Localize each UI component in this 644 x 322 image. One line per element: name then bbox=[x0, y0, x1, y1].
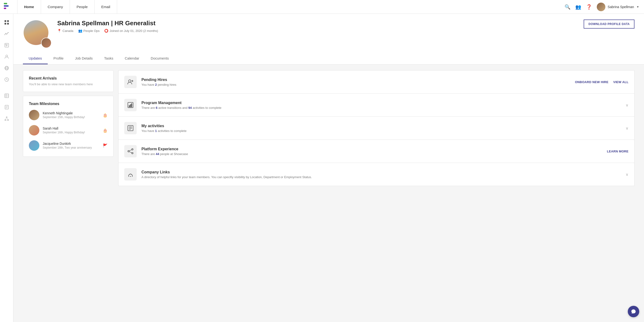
user-name-label: Sabrina Spellman bbox=[608, 5, 634, 9]
company-links-desc: A directory of helpful links for your te… bbox=[142, 175, 621, 179]
nav-people[interactable]: People bbox=[70, 0, 95, 13]
tab-updates[interactable]: Updates bbox=[23, 53, 48, 64]
svg-rect-34 bbox=[129, 105, 130, 107]
svg-rect-35 bbox=[130, 104, 131, 107]
tab-profile[interactable]: Profile bbox=[48, 53, 70, 64]
profile-actions: DOWNLOAD PROFILE DATA bbox=[584, 19, 634, 28]
svg-point-30 bbox=[128, 80, 131, 82]
svg-rect-5 bbox=[4, 23, 6, 24]
my-activities-icon-box bbox=[124, 122, 137, 134]
avatar-stack bbox=[23, 19, 52, 48]
logo-icon[interactable] bbox=[3, 2, 13, 12]
jacqueline-date: September 18th, Two year anniversary bbox=[43, 146, 100, 149]
profile-full-name: Sabrina Spellman | HR Generalist bbox=[57, 19, 584, 27]
tab-tasks[interactable]: Tasks bbox=[98, 53, 119, 64]
sidebar-tasks-icon[interactable] bbox=[2, 40, 12, 50]
kenneth-date: September 15th, Happy Birthday! bbox=[43, 116, 100, 119]
pending-hires-panel: Pending Hires You have 2 pending hires O… bbox=[118, 70, 634, 94]
pending-hires-desc: You have 2 pending hires bbox=[142, 83, 570, 86]
platform-experience-panel: Platform Experience There are 44 people … bbox=[118, 140, 634, 163]
nav-company[interactable]: Company bbox=[41, 0, 70, 13]
profile-info: Sabrina Spellman | HR Generalist 📍 Canad… bbox=[57, 19, 584, 33]
kenneth-info: Kenneth Nightingale September 15th, Happ… bbox=[43, 111, 100, 119]
sidebar-connections-icon[interactable] bbox=[2, 114, 12, 123]
chat-bubble[interactable] bbox=[628, 306, 639, 317]
sidebar-table-icon[interactable] bbox=[2, 91, 12, 101]
program-management-actions: ∨ bbox=[626, 103, 628, 107]
program-management-icon-box bbox=[124, 99, 137, 111]
sarah-name: Sarah Hall bbox=[43, 127, 100, 130]
platform-experience-title: Platform Experience bbox=[142, 147, 602, 151]
left-sidebar bbox=[0, 14, 13, 322]
tab-job-details[interactable]: Job Details bbox=[69, 53, 98, 64]
program-management-text: Program Management There are 6 active tr… bbox=[142, 101, 621, 110]
svg-rect-4 bbox=[7, 20, 9, 22]
program-management-desc: There are 6 active transitions and 94 ac… bbox=[142, 106, 621, 110]
sidebar-reports-icon[interactable] bbox=[2, 102, 12, 112]
team-milestones-card: Team Milestones Kenneth Nightingale Sept… bbox=[23, 96, 114, 157]
tab-documents[interactable]: Documents bbox=[145, 53, 174, 64]
svg-point-42 bbox=[128, 151, 129, 152]
sidebar-globe-icon[interactable] bbox=[2, 63, 12, 73]
profile-tabs: Updates Profile Job Details Tasks Calend… bbox=[23, 53, 634, 64]
company-links-text: Company Links A directory of helpful lin… bbox=[142, 170, 621, 179]
user-menu[interactable]: Sabrina Spellman ▼ bbox=[597, 2, 639, 11]
sidebar-analytics-icon[interactable] bbox=[2, 29, 12, 39]
pending-hires-title: Pending Hires bbox=[142, 78, 570, 82]
search-icon[interactable]: 🔍 bbox=[564, 4, 570, 10]
birthday-icon-kenneth: 🎂 bbox=[103, 113, 108, 117]
platform-experience-desc: There are 44 people at Showcase bbox=[142, 152, 602, 156]
profile-joined: ⭕ Joined on July 01, 2020 (2 months) bbox=[104, 29, 158, 33]
help-icon[interactable]: ❓ bbox=[586, 4, 592, 10]
kenneth-avatar bbox=[29, 110, 39, 120]
milestone-item: Jacqueline Dunkirk September 18th, Two y… bbox=[29, 140, 108, 151]
nav-home[interactable]: Home bbox=[17, 0, 41, 13]
onboard-new-hire-link[interactable]: ONBOARD NEW HIRE bbox=[575, 80, 608, 84]
view-all-link[interactable]: VIEW ALL bbox=[613, 80, 628, 84]
kenneth-name: Kenneth Nightingale bbox=[43, 111, 100, 115]
jacqueline-name: Jacqueline Dunkirk bbox=[43, 142, 100, 146]
profile-meta: 📍 Canada 👥 People Ops ⭕ Joined on July 0… bbox=[57, 29, 584, 33]
svg-rect-36 bbox=[131, 103, 132, 107]
sidebar-dashboard-icon[interactable] bbox=[2, 18, 12, 27]
svg-rect-3 bbox=[4, 20, 6, 22]
nav-email[interactable]: Email bbox=[95, 0, 117, 13]
pending-hires-text: Pending Hires You have 2 pending hires bbox=[142, 78, 570, 86]
platform-experience-actions: LEARN MORE bbox=[607, 150, 628, 153]
add-user-icon[interactable]: 👥 bbox=[575, 4, 581, 10]
my-activities-title: My activities bbox=[142, 124, 621, 128]
main-content: Recent Arrivals You'll be able to view n… bbox=[13, 65, 644, 191]
download-profile-button[interactable]: DOWNLOAD PROFILE DATA bbox=[584, 19, 634, 28]
svg-line-45 bbox=[129, 150, 132, 151]
chevron-activities-icon[interactable]: ∨ bbox=[626, 126, 628, 131]
sidebar-people-icon[interactable] bbox=[2, 52, 12, 61]
svg-point-24 bbox=[6, 117, 7, 118]
svg-line-28 bbox=[7, 118, 8, 120]
chevron-program-icon[interactable]: ∨ bbox=[626, 103, 628, 107]
chevron-company-links-icon[interactable]: ∨ bbox=[626, 172, 628, 177]
right-column: Pending Hires You have 2 pending hires O… bbox=[118, 70, 634, 186]
nav-links: Home Company People Email bbox=[17, 0, 117, 13]
svg-point-11 bbox=[6, 55, 8, 57]
company-links-panel: Company Links A directory of helpful lin… bbox=[118, 163, 634, 186]
milestone-item: Kenneth Nightingale September 15th, Happ… bbox=[29, 110, 108, 120]
my-activities-actions: ∨ bbox=[626, 126, 628, 131]
sidebar-history-icon[interactable] bbox=[2, 75, 12, 84]
milestone-item: Sarah Hall September 16th, Happy Birthda… bbox=[29, 125, 108, 136]
top-nav: Home Company People Email 🔍 👥 ❓ Sabrina … bbox=[0, 0, 644, 14]
sub-avatar bbox=[41, 38, 52, 48]
svg-rect-2 bbox=[4, 8, 6, 9]
anniversary-icon: 🚩 bbox=[103, 143, 108, 148]
jacqueline-avatar bbox=[29, 140, 39, 151]
sarah-date: September 16th, Happy Birthday! bbox=[43, 131, 100, 134]
recent-arrivals-subtitle: You'll be able to view new team members … bbox=[29, 82, 108, 86]
learn-more-link[interactable]: LEARN MORE bbox=[607, 150, 628, 153]
tab-calendar[interactable]: Calendar bbox=[119, 53, 145, 64]
profile-location: 📍 Canada bbox=[57, 29, 74, 33]
team-milestones-title: Team Milestones bbox=[29, 102, 108, 106]
svg-rect-16 bbox=[5, 94, 8, 98]
nav-right: 🔍 👥 ❓ Sabrina Spellman ▼ bbox=[564, 2, 644, 11]
svg-rect-37 bbox=[128, 126, 133, 131]
sarah-avatar bbox=[29, 125, 39, 136]
chevron-down-icon: ▼ bbox=[636, 5, 639, 8]
